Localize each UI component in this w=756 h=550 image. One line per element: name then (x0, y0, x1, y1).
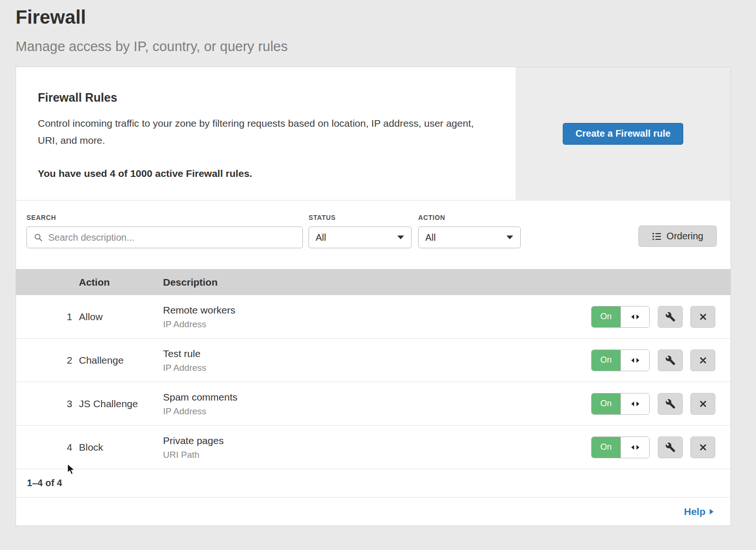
rule-enabled-toggle[interactable]: On (591, 306, 650, 328)
action-select-value: All (425, 232, 436, 243)
search-box (26, 227, 303, 248)
help-link[interactable]: Help (684, 506, 713, 517)
rule-controls: On (570, 306, 730, 328)
rule-match-type: URI Path (163, 450, 570, 460)
table-header: Action Description (16, 269, 730, 295)
edit-rule-button[interactable] (658, 393, 683, 415)
card-action-panel: Create a Firewall rule (515, 67, 730, 200)
firewall-rules-card: Firewall Rules Control incoming traffic … (16, 67, 731, 526)
toggle-on-label: On (592, 437, 620, 458)
table-row: 2 Challenge Test rule IP Address On (16, 339, 730, 382)
rule-priority: 4 (16, 442, 79, 453)
ordering-list-icon (652, 232, 662, 241)
rule-action: Allow (79, 311, 163, 323)
rules-usage-text: You have used 4 of 1000 active Firewall … (38, 168, 487, 179)
pagination-summary: 1–4 of 4 (27, 478, 62, 489)
table-row: 1 Allow Remote workers IP Address On (16, 295, 730, 339)
search-icon (34, 233, 43, 242)
toggle-on-label: On (592, 350, 620, 371)
status-select[interactable]: All (309, 227, 412, 248)
rule-description-cell: Test rule IP Address (163, 347, 570, 373)
rule-action: Challenge (79, 355, 163, 366)
rule-description: Remote workers (163, 304, 570, 317)
create-firewall-rule-button[interactable]: Create a Firewall rule (563, 123, 683, 145)
rule-priority: 1 (16, 311, 79, 323)
chevron-down-icon (507, 236, 513, 239)
rule-description: Test rule (163, 347, 570, 360)
close-icon (698, 443, 708, 452)
rule-description: Spam comments (163, 391, 570, 404)
edit-rule-button[interactable] (658, 349, 683, 371)
firewall-page: Firewall Manage access by IP, country, o… (0, 0, 756, 550)
search-label: SEARCH (26, 214, 303, 221)
action-filter: ACTION All (418, 214, 521, 248)
wrench-icon (665, 355, 676, 366)
search-filter: SEARCH (26, 214, 303, 248)
delete-rule-button[interactable] (690, 437, 715, 458)
rule-controls: On (570, 349, 730, 371)
rule-match-type: IP Address (163, 363, 570, 373)
ordering-button[interactable]: Ordering (638, 226, 717, 247)
rule-priority: 3 (16, 398, 79, 410)
column-header-description: Description (163, 277, 570, 288)
rule-match-type: IP Address (163, 406, 570, 417)
card-footer: Help (16, 498, 730, 525)
delete-rule-button[interactable] (690, 306, 715, 328)
close-icon (698, 399, 708, 409)
rule-description-cell: Private pages URI Path (163, 434, 570, 460)
wrench-icon (665, 312, 676, 322)
ordering-button-label: Ordering (667, 231, 704, 242)
table-row: 4 Block Private pages URI Path On (16, 426, 730, 469)
chevron-down-icon (397, 236, 404, 239)
close-icon (698, 356, 708, 365)
rule-enabled-toggle[interactable]: On (591, 393, 650, 415)
page-header: Firewall Manage access by IP, country, o… (0, 0, 756, 54)
status-label: STATUS (309, 214, 412, 221)
page-title: Firewall (16, 6, 740, 28)
toggle-handle-icon (620, 350, 649, 371)
triangle-right-icon (710, 509, 713, 515)
edit-rule-button[interactable] (658, 437, 683, 458)
delete-rule-button[interactable] (690, 393, 715, 415)
help-link-label: Help (684, 506, 705, 517)
rule-description-cell: Remote workers IP Address (163, 304, 570, 329)
card-heading: Firewall Rules (38, 91, 487, 105)
rule-action: JS Challenge (79, 398, 163, 410)
action-label: ACTION (418, 214, 521, 221)
rule-match-type: IP Address (163, 319, 570, 330)
action-select[interactable]: All (418, 227, 521, 248)
rule-action: Block (79, 442, 163, 453)
pagination-row: 1–4 of 4 (16, 469, 730, 498)
card-description: Control incoming traffic to your zone by… (38, 115, 487, 149)
card-top-section: Firewall Rules Control incoming traffic … (16, 67, 730, 201)
toggle-handle-icon (620, 393, 649, 414)
wrench-icon (665, 399, 676, 409)
rule-controls: On (570, 437, 730, 458)
toggle-handle-icon (620, 437, 649, 458)
toggle-on-label: On (592, 393, 620, 414)
status-filter: STATUS All (309, 214, 412, 248)
wrench-icon (665, 442, 676, 453)
close-icon (698, 312, 708, 322)
rule-enabled-toggle[interactable]: On (591, 349, 650, 371)
rule-description-cell: Spam comments IP Address (163, 391, 570, 416)
column-header-action: Action (79, 277, 163, 288)
filters-bar: SEARCH STATUS All ACTION (16, 201, 730, 269)
delete-rule-button[interactable] (690, 349, 715, 371)
search-input[interactable] (47, 232, 297, 244)
toggle-on-label: On (592, 306, 620, 327)
toggle-handle-icon (620, 306, 649, 327)
card-intro: Firewall Rules Control incoming traffic … (16, 67, 515, 200)
rule-description: Private pages (163, 434, 570, 447)
status-select-value: All (316, 232, 326, 243)
edit-rule-button[interactable] (658, 306, 683, 328)
rule-priority: 2 (16, 355, 79, 366)
rule-controls: On (570, 393, 730, 415)
table-row: 3 JS Challenge Spam comments IP Address … (16, 382, 730, 426)
rule-enabled-toggle[interactable]: On (591, 437, 650, 458)
page-subtitle: Manage access by IP, country, or query r… (16, 39, 740, 54)
